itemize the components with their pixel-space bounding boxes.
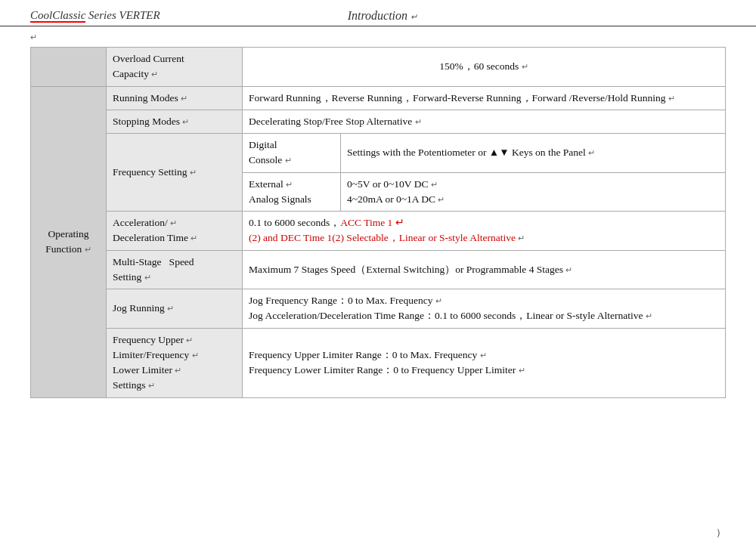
page-title: Introduction	[348, 9, 407, 22]
cell-stopping-modes-value: Decelerating Stop/Free Stop Alternative …	[243, 110, 726, 133]
cell-running-modes-value: Forward Running，Reverse Running，Forward-…	[243, 86, 726, 110]
cell-freq-limiter-value: Frequency Upper Limiter Range：0 to Max. …	[243, 328, 726, 397]
cell-empty-main	[31, 48, 107, 87]
cell-stopping-modes-label: Stopping Modes ↵	[107, 110, 243, 133]
table-row: Stopping Modes ↵ Decelerating Stop/Free …	[31, 110, 726, 133]
cell-overload-label: Overload CurrentCapacity ↵	[107, 48, 243, 87]
brand-name: CoolClassic	[30, 9, 85, 23]
cell-multistage-value: Maximum 7 Stages Speed（External Switchin…	[243, 250, 726, 289]
table-row: Jog Running ↵ Jog Frequency Range：0 to M…	[31, 289, 726, 329]
footer-text: ）	[716, 527, 726, 538]
table-row: Frequency Upper ↵ Limiter/Frequency ↵ Lo…	[31, 328, 726, 397]
table-row: Acceleration/ ↵Deceleration Time ↵ 0.1 t…	[31, 212, 726, 251]
cell-digital-console-value: Settings with the Potentiometer or ▲▼ Ke…	[341, 134, 726, 173]
header-arrow: ↵	[411, 12, 417, 21]
cell-multistage-label: Multi-Stage SpeedSetting ↵	[107, 250, 243, 289]
specs-table: Overload CurrentCapacity ↵ 150%，60 secon…	[30, 47, 726, 398]
main-table-container: Overload CurrentCapacity ↵ 150%，60 secon…	[0, 47, 756, 406]
page-header: CoolClassic Series VERTER Introduction ↵	[0, 0, 756, 26]
cell-running-modes-label: Running Modes ↵	[107, 86, 243, 110]
cell-accel-label: Acceleration/ ↵Deceleration Time ↵	[107, 212, 243, 251]
cell-accel-value: 0.1 to 6000 seconds，ACC Time 1 ↵ (2) and…	[243, 212, 726, 251]
footer-mark: ）	[716, 526, 726, 539]
header-series: Series VERTER	[85, 9, 160, 21]
cell-external-analog-label: External ↵Analog Signals	[243, 172, 341, 212]
cell-freq-setting-label: Frequency Setting ↵	[107, 134, 243, 212]
cell-jog-label: Jog Running ↵	[107, 289, 243, 329]
top-para-mark: ↵	[0, 31, 756, 44]
cell-jog-value: Jog Frequency Range：0 to Max. Frequency …	[243, 289, 726, 329]
page-wrapper: CoolClassic Series VERTER Introduction ↵…	[0, 0, 756, 547]
table-row: Overload CurrentCapacity ↵ 150%，60 secon…	[31, 48, 726, 87]
header-left-title: CoolClassic Series VERTER	[30, 9, 160, 22]
cell-operating-function: OperatingFunction ↵	[31, 86, 107, 397]
cell-freq-limiter-label: Frequency Upper ↵ Limiter/Frequency ↵ Lo…	[107, 328, 243, 397]
table-row: Frequency Setting ↵ DigitalConsole ↵ Set…	[31, 134, 726, 173]
table-row: OperatingFunction ↵ Running Modes ↵ Forw…	[31, 86, 726, 110]
header-center-title: Introduction ↵	[160, 9, 605, 23]
cell-external-analog-value: 0~5V or 0~10V DC ↵4~20mA or 0~1A DC ↵	[341, 172, 726, 212]
cell-digital-console-label: DigitalConsole ↵	[243, 134, 341, 173]
table-row: Multi-Stage SpeedSetting ↵ Maximum 7 Sta…	[31, 250, 726, 289]
cell-overload-value: 150%，60 seconds ↵	[243, 48, 726, 87]
